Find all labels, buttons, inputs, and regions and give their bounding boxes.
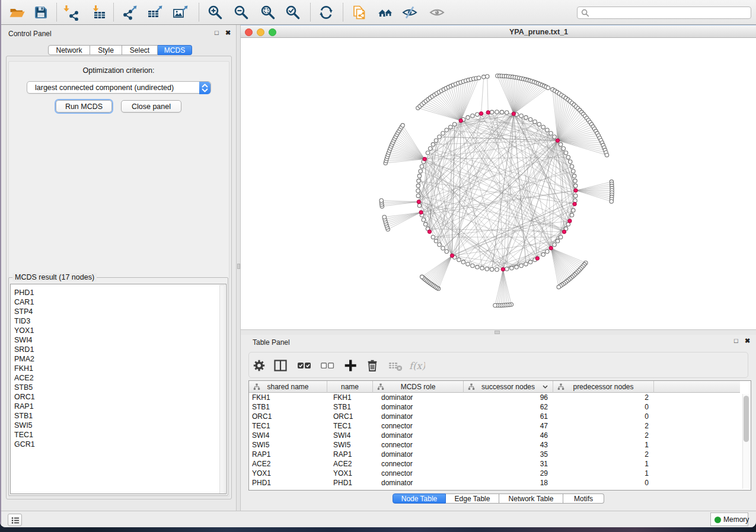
tab-style[interactable]: Style (90, 45, 122, 55)
mcds-result-item[interactable]: RAP1 (14, 402, 34, 411)
toolbar-separator (113, 3, 114, 21)
open-file-icon[interactable] (9, 4, 25, 21)
zoom-fit-icon[interactable] (260, 4, 276, 21)
cell-name: ACE2 (333, 460, 373, 468)
table-row[interactable]: PHD1PHD1dominator180 (249, 478, 740, 488)
mcds-result-item[interactable]: STB5 (14, 383, 33, 392)
delete-columns-icon[interactable] (364, 357, 381, 374)
window-minimize-light-icon[interactable] (257, 28, 264, 36)
control-panel-close-icon[interactable]: ✖ (225, 29, 231, 37)
optimization-criterion-select[interactable]: largest connected component (undirected) (27, 81, 211, 94)
table-scrollbar[interactable] (742, 394, 749, 489)
task-history-button[interactable] (8, 514, 22, 526)
cell-successor-nodes: 18 (464, 479, 548, 487)
close-panel-button[interactable]: Close panel (121, 100, 181, 113)
optimization-criterion-value: largest connected component (undirected) (35, 84, 174, 92)
tab-edge-table[interactable]: Edge Table (446, 493, 499, 504)
mcds-result-list[interactable]: PHD1CAR1STP4TID3YOX1SWI4SRD1PMA2FKH1ACE2… (10, 284, 227, 494)
export-table-icon[interactable] (146, 4, 163, 21)
apply-layout-icon[interactable] (318, 4, 334, 21)
table-row[interactable]: ORC1ORC1dominator610 (249, 412, 740, 421)
network-window-titlebar[interactable]: YPA_prune.txt_1 (241, 25, 756, 38)
cell-name: ORC1 (333, 412, 373, 421)
window-zoom-light-icon[interactable] (269, 28, 276, 36)
zoom-out-icon[interactable] (233, 4, 250, 21)
window-close-light-icon[interactable] (245, 28, 253, 36)
table-row[interactable]: TEC1TEC1connector472 (249, 421, 740, 431)
mcds-result-item[interactable]: GCR1 (14, 440, 35, 449)
cell-predecessor-nodes: 1 (553, 441, 649, 449)
mcds-result-item[interactable]: PHD1 (14, 288, 34, 297)
table-panel: Table Panel □ ✖ f(x) shared namename MCD… (241, 335, 756, 511)
import-table-icon[interactable] (91, 4, 108, 21)
table-row[interactable]: YOX1YOX1connector291 (249, 469, 740, 478)
mcds-result-item[interactable]: TEC1 (14, 430, 33, 440)
import-network-icon[interactable] (62, 4, 79, 21)
first-neighbors-icon[interactable] (377, 4, 394, 21)
vertical-splitter[interactable] (236, 25, 241, 511)
delete-table-icon (387, 357, 404, 374)
table-row[interactable]: SWI5SWI5connector431 (249, 440, 740, 450)
node-table[interactable]: shared namename MCDS role successor node… (248, 380, 751, 491)
column-header-predecessor-nodes[interactable]: predecessor nodes (553, 381, 654, 393)
clone-network-icon[interactable] (351, 4, 368, 21)
table-row[interactable]: SWI4SWI4dominator462 (249, 431, 740, 440)
table-row[interactable]: STB1STB1dominator620 (249, 402, 740, 412)
mcds-result-item[interactable]: SRD1 (14, 345, 34, 354)
mcds-result-item[interactable]: ORC1 (14, 392, 35, 402)
horizontal-splitter[interactable] (241, 329, 756, 335)
mcds-result-item[interactable]: CAR1 (14, 297, 34, 307)
create-column-icon[interactable] (342, 357, 359, 374)
table-row[interactable]: ACE2ACE2connector311 (249, 459, 740, 469)
table-row[interactable]: RAP1RAP1dominator352 (249, 450, 740, 459)
unselect-all-columns-icon[interactable] (319, 357, 336, 374)
table-settings-icon[interactable] (251, 357, 267, 374)
cell-name: SWI5 (333, 441, 373, 449)
hide-selected-icon[interactable] (401, 4, 418, 21)
table-scrollbar-thumb[interactable] (744, 396, 749, 442)
search-box[interactable] (577, 7, 751, 19)
tab-motifs[interactable]: Motifs (563, 493, 604, 504)
mcds-result-item[interactable]: FKH1 (14, 364, 33, 373)
mcds-result-item[interactable]: SWI4 (14, 335, 33, 345)
tab-network-table[interactable]: Network Table (499, 493, 563, 504)
mcds-result-item[interactable]: ACE2 (14, 373, 34, 383)
select-all-columns-icon[interactable] (296, 357, 312, 374)
mcds-list-scrollbar[interactable] (219, 285, 225, 494)
column-header-successor-nodes[interactable]: successor nodes (464, 381, 553, 393)
cell-successor-nodes: 96 (464, 393, 548, 402)
function-builder-icon: f(x) (409, 357, 425, 374)
mcds-result-item[interactable]: STP4 (14, 307, 33, 316)
splitter-grip-icon[interactable] (237, 264, 240, 269)
export-image-icon[interactable] (172, 4, 189, 21)
mcds-result-item[interactable]: PMA2 (14, 354, 34, 364)
run-mcds-button[interactable]: Run MCDS (56, 100, 112, 113)
tab-select[interactable]: Select (122, 45, 158, 55)
tab-node-table[interactable]: Node Table (393, 493, 446, 504)
column-header-shared-name[interactable]: shared name (249, 381, 327, 393)
control-panel-float-icon[interactable]: □ (215, 29, 219, 36)
search-input[interactable] (592, 8, 746, 18)
export-network-icon[interactable] (122, 4, 138, 21)
zoom-selected-icon[interactable] (285, 4, 301, 21)
show-columns-icon[interactable] (272, 357, 289, 374)
memory-button[interactable]: Memory (710, 512, 748, 526)
mcds-result-item[interactable]: STB1 (14, 411, 33, 421)
save-session-icon[interactable] (33, 4, 49, 21)
mcds-result-item[interactable]: TID3 (14, 316, 30, 326)
cell-name: RAP1 (333, 450, 373, 459)
tab-network[interactable]: Network (48, 45, 90, 55)
splitter-grip-icon[interactable] (495, 331, 500, 334)
tab-mcds[interactable]: MCDS (158, 45, 192, 55)
mcds-result-item[interactable]: SWI5 (14, 421, 33, 430)
column-header-MCDS-role[interactable]: MCDS role (373, 381, 464, 393)
network-canvas[interactable] (241, 38, 756, 329)
table-row[interactable]: FKH1FKH1dominator962 (249, 393, 740, 402)
table-panel-close-icon[interactable]: ✖ (745, 337, 750, 345)
show-all-icon[interactable] (429, 4, 445, 21)
column-header-name[interactable]: name (327, 381, 373, 393)
control-panel: Control Panel □ ✖ NetworkStyleSelectMCDS… (0, 25, 236, 511)
zoom-in-icon[interactable] (207, 4, 224, 21)
table-panel-float-icon[interactable]: □ (734, 337, 738, 344)
mcds-result-item[interactable]: YOX1 (14, 326, 34, 335)
